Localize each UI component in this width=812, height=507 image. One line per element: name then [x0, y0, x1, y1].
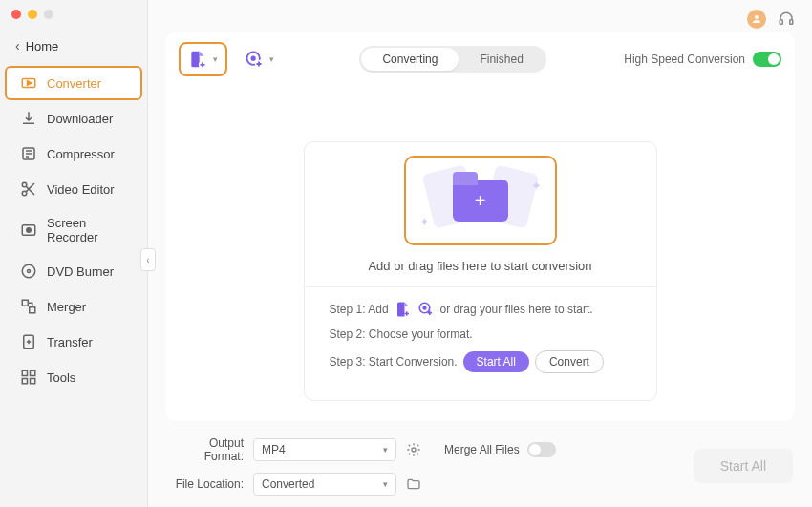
- sidebar-item-merger[interactable]: Merger: [5, 289, 142, 324]
- minimize-window-icon[interactable]: [28, 10, 37, 19]
- record-icon: [20, 222, 37, 239]
- svg-rect-15: [31, 379, 35, 384]
- svg-marker-1: [28, 81, 32, 86]
- transfer-icon: [20, 333, 37, 350]
- user-avatar-icon[interactable]: [747, 10, 766, 29]
- step-2: Step 2: Choose your format.: [330, 327, 631, 341]
- download-icon: [20, 110, 37, 127]
- grid-tools-icon: [20, 369, 37, 386]
- sparkle-icon: ✦: [419, 215, 430, 229]
- step-3: Step 3: Start Conversion. Start All Conv…: [330, 350, 631, 373]
- chevron-down-icon: ▾: [383, 445, 388, 454]
- svg-rect-14: [22, 379, 27, 384]
- svg-rect-18: [790, 20, 793, 25]
- sidebar-item-downloader[interactable]: Downloader: [5, 101, 142, 136]
- divider: [305, 286, 656, 287]
- file-add-icon: [188, 50, 207, 69]
- svg-point-6: [27, 228, 32, 233]
- converter-icon: [20, 74, 37, 92]
- back-chevron-icon: ‹: [15, 38, 20, 53]
- sidebar-item-dvd-burner[interactable]: DVD Burner: [5, 254, 142, 288]
- step-1: Step 1: Add or drag your files here to s…: [330, 301, 631, 318]
- sidebar-item-label: Screen Recorder: [47, 216, 127, 244]
- chevron-down-icon: ▾: [383, 479, 388, 489]
- disc-add-icon[interactable]: [417, 301, 435, 318]
- chevron-down-icon: ▾: [213, 54, 218, 64]
- sidebar-item-converter[interactable]: Converter: [5, 66, 142, 100]
- home-button[interactable]: ‹ Home: [0, 32, 147, 59]
- compressor-icon: [20, 145, 37, 162]
- svg-point-3: [22, 182, 27, 187]
- svg-point-24: [423, 306, 426, 309]
- merge-all-toggle[interactable]: [527, 442, 556, 457]
- window-controls[interactable]: [11, 10, 53, 19]
- support-headset-icon[interactable]: [778, 11, 795, 28]
- maximize-window-icon: [44, 10, 53, 19]
- sidebar-item-label: Transfer: [47, 335, 93, 349]
- file-add-icon[interactable]: [395, 301, 412, 318]
- high-speed-toggle[interactable]: [753, 52, 781, 67]
- main-panel: ‹ ▾: [148, 0, 812, 507]
- tab-finished[interactable]: Finished: [459, 48, 544, 71]
- add-disc-button[interactable]: ▾: [237, 44, 282, 74]
- svg-rect-12: [22, 370, 27, 375]
- disc-icon: [20, 263, 37, 280]
- sidebar-item-compressor[interactable]: Compressor: [5, 137, 142, 171]
- status-tabs: Converting Finished: [359, 46, 545, 73]
- chevron-down-icon: ▾: [269, 54, 274, 64]
- sidebar-item-video-editor[interactable]: Video Editor: [5, 172, 142, 206]
- svg-point-16: [755, 15, 759, 19]
- disc-add-icon: [245, 50, 264, 69]
- close-window-icon[interactable]: [11, 10, 21, 19]
- convert-mini-button[interactable]: Convert: [535, 350, 604, 373]
- sidebar-item-label: Compressor: [47, 147, 115, 161]
- sidebar-item-screen-recorder[interactable]: Screen Recorder: [5, 207, 142, 253]
- sidebar-item-label: Downloader: [47, 112, 113, 126]
- sidebar-item-label: DVD Burner: [47, 264, 114, 279]
- add-files-area[interactable]: + ✦ ✦: [404, 156, 557, 245]
- svg-rect-10: [30, 307, 35, 313]
- start-all-button[interactable]: Start All: [694, 449, 793, 483]
- output-format-select[interactable]: MP4 ▾: [253, 438, 396, 461]
- file-location-label: File Location:: [167, 477, 244, 491]
- plus-icon: +: [475, 190, 486, 212]
- sparkle-icon: ✦: [531, 179, 542, 193]
- merge-icon: [20, 298, 37, 315]
- sidebar-item-transfer[interactable]: Transfer: [5, 325, 142, 359]
- collapse-sidebar-button[interactable]: ‹: [140, 248, 156, 271]
- tab-converting[interactable]: Converting: [361, 48, 459, 71]
- home-label: Home: [26, 39, 59, 53]
- start-all-mini-button[interactable]: Start All: [463, 351, 529, 372]
- high-speed-label: High Speed Conversion: [624, 53, 745, 66]
- svg-point-25: [412, 448, 416, 452]
- output-format-label: Output Format:: [167, 436, 244, 463]
- svg-rect-13: [31, 370, 35, 375]
- svg-point-8: [28, 270, 31, 273]
- drop-zone[interactable]: + ✦ ✦ Add or drag files here to start co…: [304, 141, 657, 401]
- svg-point-21: [252, 57, 255, 60]
- sidebar-item-tools[interactable]: Tools: [5, 360, 142, 394]
- svg-point-7: [22, 264, 35, 278]
- drop-zone-text: Add or drag files here to start conversi…: [330, 259, 631, 273]
- sidebar: ‹ Home Converter Downloader Compressor: [0, 0, 148, 507]
- open-folder-icon[interactable]: [406, 476, 435, 492]
- svg-rect-17: [780, 20, 782, 25]
- scissors-icon: [20, 180, 37, 198]
- file-location-select[interactable]: Converted ▾: [253, 473, 396, 496]
- sidebar-item-label: Converter: [47, 76, 101, 91]
- svg-point-4: [22, 191, 27, 196]
- svg-rect-9: [22, 300, 28, 306]
- merge-all-label: Merge All Files: [444, 443, 520, 456]
- format-settings-icon[interactable]: [406, 442, 435, 457]
- add-file-button[interactable]: ▾: [179, 42, 227, 76]
- folder-icon: +: [453, 180, 508, 222]
- bottom-bar: Output Format: MP4 ▾ Merge All Files Sta…: [148, 429, 812, 507]
- sidebar-item-label: Tools: [47, 370, 75, 385]
- sidebar-item-label: Video Editor: [47, 182, 115, 197]
- sidebar-item-label: Merger: [47, 300, 86, 314]
